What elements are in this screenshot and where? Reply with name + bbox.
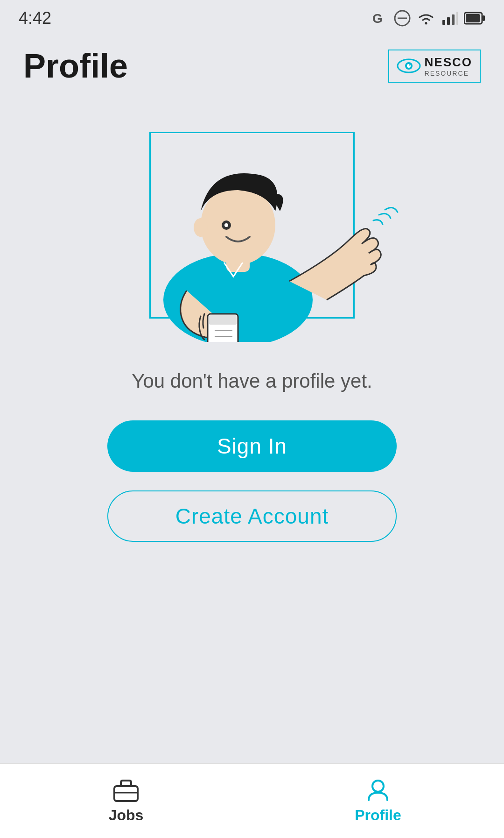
svg-rect-26 [114,786,138,801]
svg-point-14 [409,64,410,66]
svg-rect-9 [466,14,480,22]
svg-rect-4 [442,20,445,25]
svg-rect-7 [456,12,458,25]
svg-rect-22 [209,315,237,325]
wifi-icon [416,10,436,27]
signal-icon [441,10,458,27]
svg-text:G: G [372,11,383,26]
person-illustration [89,118,415,342]
profile-nav-label: Profile [355,807,401,824]
nesco-brand-text: NESCO RESOURCE [425,55,472,77]
page-title: Profile [23,47,128,85]
nav-item-profile[interactable]: Profile [252,778,504,824]
no-entry-icon [394,10,411,27]
nesco-eye-icon [397,58,421,74]
status-time: 4:42 [19,8,51,28]
svg-rect-10 [483,15,485,21]
svg-point-20 [224,223,228,227]
svg-rect-5 [447,17,450,25]
google-icon: G [371,10,388,27]
battery-icon [464,10,485,27]
bottom-nav: Jobs Profile [0,763,504,838]
no-profile-message: You don't have a profile yet. [132,370,372,392]
status-icons: G [371,10,485,27]
jobs-icon [112,778,140,802]
sign-in-button[interactable]: Sign In [107,420,397,472]
profile-icon [366,778,390,802]
nav-item-jobs[interactable]: Jobs [0,778,252,824]
jobs-nav-label: Jobs [109,807,144,824]
svg-point-28 [372,781,384,792]
illustration-container [89,118,415,342]
svg-point-3 [425,22,427,25]
create-account-button[interactable]: Create Account [107,490,397,542]
status-bar: 4:42 G [0,0,504,33]
svg-rect-6 [452,14,455,25]
main-content: You don't have a profile yet. Sign In Cr… [0,370,504,542]
app-header: Profile NESCO RESOURCE [0,33,504,99]
nesco-logo: NESCO RESOURCE [388,50,481,83]
svg-point-18 [194,218,208,237]
